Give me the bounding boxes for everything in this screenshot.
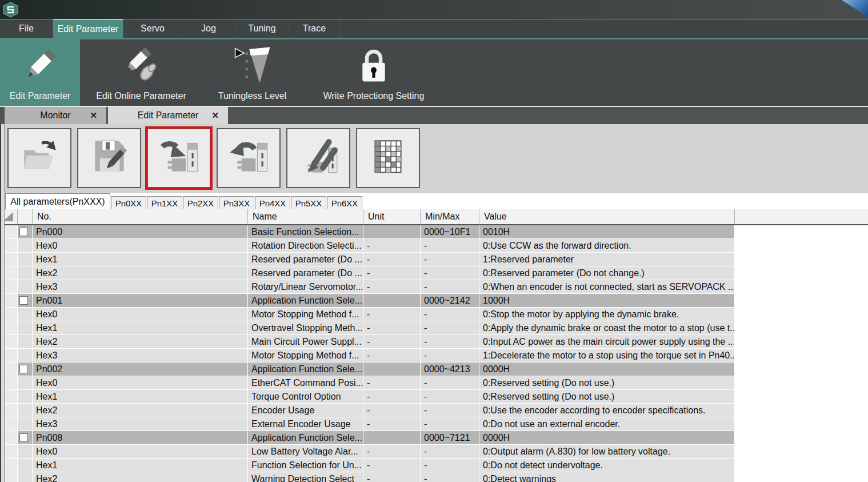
pencil-icon <box>19 39 61 91</box>
close-icon[interactable]: ✕ <box>90 110 97 121</box>
column-header-unit[interactable]: Unit <box>363 209 421 224</box>
tab-monitor[interactable]: Monitor✕ <box>5 107 106 124</box>
table-row[interactable]: Hex2Encoder Usage--0:Use the encoder acc… <box>1 404 739 417</box>
cell-minmax: - <box>421 321 479 334</box>
open-parameter-file-button[interactable] <box>7 128 71 188</box>
column-header-min-max[interactable]: Min/Max <box>421 209 479 224</box>
table-header-row: No.NameUnitMin/MaxValue <box>0 209 868 225</box>
cell-value[interactable]: 0000H <box>479 431 735 444</box>
cell-value[interactable]: 0:Use the encoder according to encoder s… <box>479 404 735 417</box>
parameter-group-tabs: All parameters(PnXXX)Pn0XXPn1XXPn2XXPn3X… <box>0 193 868 209</box>
cell-no: Hex2 <box>33 335 248 348</box>
left-edge-strip <box>0 124 5 482</box>
table-row[interactable]: Hex1Torque Control Option--0:Reserved se… <box>1 390 739 403</box>
cell-value[interactable]: 0:Reserved setting (Do not use.) <box>479 376 735 389</box>
cell-unit: - <box>363 376 421 389</box>
parameter-table-button[interactable] <box>356 128 420 188</box>
table-row[interactable]: Hex3Motor Stopping Method f...--1:Decele… <box>1 349 739 362</box>
row-checkbox[interactable] <box>19 433 28 442</box>
row-checkbox[interactable] <box>19 296 28 305</box>
table-row[interactable]: Hex2Reserved parameter (Do ...--0:Reserv… <box>1 266 739 280</box>
cell-value[interactable]: 0:Reserved parameter (Do not change.) <box>479 266 735 280</box>
table-row[interactable]: Hex1Overtravel Stopping Meth...--0:Apply… <box>1 321 739 334</box>
ribbon-tuningless-level-button[interactable]: Tuningless Level <box>205 39 299 106</box>
table-row[interactable]: Pn008Application Function Sele...0000~71… <box>1 431 739 444</box>
cell-value[interactable]: 0:Output alarm (A.830) for low battery v… <box>479 445 735 458</box>
checkbox-cell <box>18 294 33 307</box>
cell-minmax: 0000~4213 <box>421 363 479 376</box>
cell-value[interactable]: 0:Stop the motor by applying the dynamic… <box>479 308 735 321</box>
save-parameter-file-button[interactable] <box>77 128 141 188</box>
cell-value[interactable]: 0:Do not detect undervoltage. <box>479 459 735 472</box>
cell-unit: - <box>363 239 421 252</box>
cell-value[interactable]: 1:Reserved parameter <box>479 253 735 266</box>
cell-value[interactable]: 0010H <box>479 225 735 238</box>
menu-item-tuning[interactable]: Tuning <box>235 19 289 38</box>
checkbox-cell <box>18 349 33 362</box>
param-tab-pn6xx[interactable]: Pn6XX <box>327 196 362 209</box>
ribbon-edit-parameter-button[interactable]: Edit Parameter <box>0 39 80 106</box>
param-tab-pn4xx[interactable]: Pn4XX <box>255 196 290 209</box>
cell-value[interactable]: 1000H <box>479 294 735 307</box>
param-tab-pn1xx[interactable]: Pn1XX <box>147 196 182 209</box>
cell-name: Encoder Usage <box>248 404 363 417</box>
ribbon-edit-online-parameter-button[interactable]: Edit Online Parameter <box>87 39 195 106</box>
menu-item-trace[interactable]: Trace <box>289 19 340 38</box>
cell-value[interactable]: 1:Decelerate the motor to a stop using t… <box>479 349 735 362</box>
menu-item-servo[interactable]: Servo <box>123 19 182 38</box>
cell-minmax: - <box>421 335 479 348</box>
cell-value[interactable]: 0:Use CCW as the forward direction. <box>479 239 735 252</box>
param-tab-pn2xx[interactable]: Pn2XX <box>183 196 218 209</box>
cell-value[interactable]: 0000H <box>479 363 735 376</box>
param-tab-pn0xx[interactable]: Pn0XX <box>111 196 146 209</box>
cell-name: Reserved parameter (Do ... <box>248 253 363 266</box>
checkbox-column-header[interactable] <box>18 209 33 224</box>
table-row[interactable]: Hex1Reserved parameter (Do ...--1:Reserv… <box>1 253 739 266</box>
menu-item-file[interactable]: File <box>0 19 53 38</box>
compare-parameters-button[interactable] <box>286 128 350 188</box>
table-row[interactable]: Pn001Application Function Sele...0000~21… <box>1 294 739 307</box>
cell-value[interactable]: 0:Do not use an external encoder. <box>479 417 735 431</box>
cell-name: Main Circuit Power Suppl... <box>248 335 363 348</box>
checkbox-cell <box>18 225 33 238</box>
table-row[interactable]: Hex3Rotary/Linear Servomotor...--0:When … <box>1 280 739 293</box>
menu-item-jog[interactable]: Jog <box>182 19 235 38</box>
column-header-value[interactable]: Value <box>479 209 735 224</box>
cell-value[interactable]: 0:Apply the dynamic brake or coast the m… <box>479 321 735 334</box>
table-row[interactable]: Hex3External Encoder Usage--0:Do not use… <box>1 417 739 431</box>
ribbon-write-protectiong-setting-button[interactable]: Write Protectiong Setting <box>309 39 439 106</box>
column-header-no[interactable]: No. <box>33 209 248 224</box>
table-row[interactable]: Hex1Function Selection for Un...--0:Do n… <box>1 459 739 472</box>
write-to-servopack-button[interactable] <box>217 128 281 188</box>
row-checkbox[interactable] <box>19 365 28 373</box>
table-row[interactable]: Pn002Application Function Sele...0000~42… <box>1 363 739 376</box>
cell-minmax: - <box>421 417 479 431</box>
param-tab-pn3xx[interactable]: Pn3XX <box>219 196 254 209</box>
param-tab-all-parameters-pnxxx[interactable]: All parameters(PnXXX) <box>5 193 110 209</box>
close-icon[interactable]: ✕ <box>211 110 219 121</box>
cell-value[interactable]: 0:Detect warnings <box>479 472 735 482</box>
cell-name: Motor Stopping Method f... <box>248 308 363 321</box>
ribbon-button-label: Write Protectiong Setting <box>323 91 425 101</box>
table-row[interactable]: Pn000Basic Function Selection...0000~10F… <box>1 225 739 238</box>
table-row[interactable]: Hex0Rotation Direction Selecti...--0:Use… <box>1 239 739 252</box>
cell-minmax: - <box>421 445 479 458</box>
table-row[interactable]: Hex0Low Battery Voltage Alar...--0:Outpu… <box>1 445 739 458</box>
document-tab-strip: Monitor✕Edit Parameter✕ <box>0 106 868 124</box>
column-header-name[interactable]: Name <box>248 209 363 224</box>
checkbox-cell <box>18 376 33 389</box>
table-row[interactable]: Hex2Main Circuit Power Suppl...--0:Input… <box>1 335 739 348</box>
tab-edit-parameter[interactable]: Edit Parameter✕ <box>108 107 228 124</box>
table-row[interactable]: Hex0EtherCAT Command Posi...--0:Reserved… <box>1 376 739 389</box>
cell-value[interactable]: 0:Input AC power as the main circuit pow… <box>479 335 735 348</box>
read-from-servopack-button[interactable] <box>147 128 211 188</box>
table-row[interactable]: Hex0Motor Stopping Method f...--0:Stop t… <box>1 308 739 321</box>
checkbox-cell <box>18 431 33 444</box>
param-tab-pn5xx[interactable]: Pn5XX <box>291 196 326 209</box>
table-row[interactable]: Hex2Warning Detection Select--0:Detect w… <box>1 472 739 482</box>
menu-item-edit-parameter[interactable]: Edit Parameter <box>53 19 123 38</box>
cell-value[interactable]: 0:Reserved setting (Do not use.) <box>479 390 735 403</box>
row-checkbox[interactable] <box>19 228 28 236</box>
cell-no: Hex2 <box>33 404 248 417</box>
cell-value[interactable]: 0:When an encoder is not connected, star… <box>479 280 735 293</box>
